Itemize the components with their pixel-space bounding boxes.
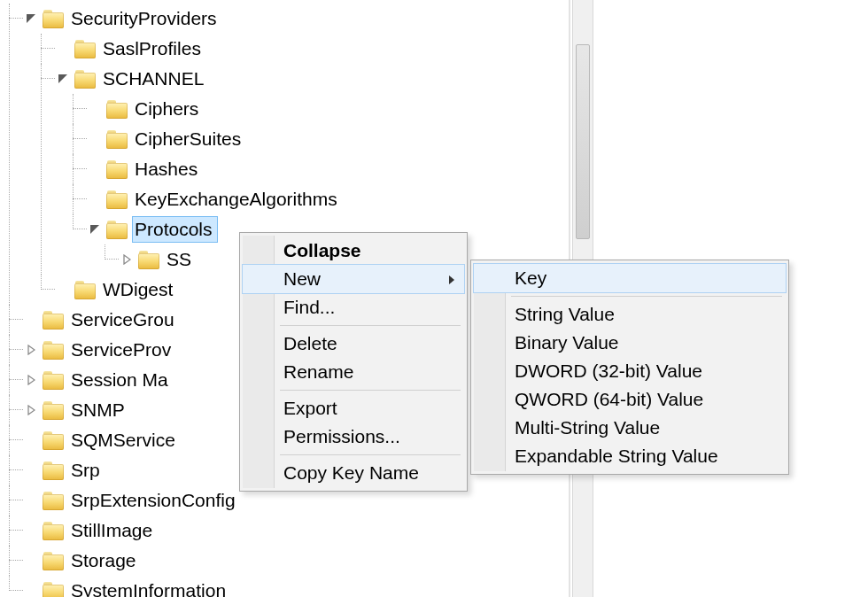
folder-icon [74, 280, 96, 299]
tree-label: Protocols [133, 217, 217, 242]
menu-label: Expandable String Value [515, 446, 718, 467]
folder-icon [106, 220, 128, 239]
expander-icon[interactable] [25, 344, 37, 356]
folder-icon [106, 129, 128, 149]
tree-label: CipherSuites [133, 127, 245, 151]
menu-label: Export [283, 398, 337, 419]
menu-permissions[interactable]: Permissions... [243, 423, 464, 451]
tree-item-securityproviders[interactable]: SecurityProviders [25, 4, 567, 34]
menu-label: Permissions... [283, 426, 400, 447]
menu-copy-key-name[interactable]: Copy Key Name [243, 459, 464, 487]
expander-icon[interactable] [25, 12, 37, 25]
tree-label: SQMService [69, 428, 180, 453]
menu-label: String Value [515, 304, 615, 325]
folder-icon [43, 370, 64, 390]
tree-label: WDigest [101, 277, 177, 302]
folder-icon [43, 461, 64, 480]
menu-export[interactable]: Export [243, 394, 464, 423]
folder-icon [74, 39, 96, 58]
tree-label: Storage [69, 548, 141, 573]
submenu-dword-value[interactable]: DWORD (32-bit) Value [474, 357, 786, 385]
menu-separator [280, 454, 461, 455]
tree-item-saslprofiles[interactable]: SaslProfiles [57, 34, 567, 64]
tree-item-keyexchange[interactable]: KeyExchangeAlgorithms [89, 184, 567, 214]
menu-rename[interactable]: Rename [243, 358, 464, 386]
tree-item-schannel[interactable]: SCHANNEL [57, 64, 567, 94]
folder-icon [43, 581, 64, 597]
menu-separator [511, 296, 782, 297]
tree-item-ciphersuites[interactable]: CipherSuites [89, 124, 567, 154]
submenu-arrow-icon [448, 268, 455, 290]
menu-label: QWORD (64-bit) Value [515, 389, 703, 410]
tree-item-storage[interactable]: Storage [25, 546, 567, 576]
folder-icon [43, 430, 64, 450]
tree-item-systeminformation[interactable]: SystemInformation [25, 576, 567, 597]
tree-label: SrpExtensionConfig [69, 488, 240, 513]
menu-separator [280, 390, 461, 391]
folder-icon [74, 69, 96, 89]
menu-label: Multi-String Value [515, 417, 660, 438]
menu-new[interactable]: New [243, 265, 464, 293]
submenu-multi-string-value[interactable]: Multi-String Value [474, 414, 786, 442]
scrollbar-thumb[interactable] [576, 44, 590, 239]
menu-delete[interactable]: Delete [243, 330, 464, 358]
expander-icon[interactable] [57, 73, 69, 85]
menu-label: Rename [283, 361, 353, 383]
tree-label: SCHANNEL [101, 66, 208, 91]
tree-label: Ciphers [133, 97, 203, 121]
folder-icon [43, 521, 64, 540]
menu-label: Collapse [283, 240, 361, 261]
tree-label: ServiceGrou [69, 307, 179, 332]
menu-label: Key [515, 267, 546, 289]
tree-item-hashes[interactable]: Hashes [89, 154, 567, 184]
submenu-expandable-string-value[interactable]: Expandable String Value [474, 442, 786, 470]
submenu-key[interactable]: Key [474, 264, 786, 292]
menu-label: New [283, 268, 321, 290]
menu-separator [280, 325, 461, 326]
folder-icon [43, 400, 64, 420]
menu-collapse[interactable]: Collapse [243, 236, 464, 265]
expander-icon[interactable] [120, 253, 133, 266]
new-submenu[interactable]: Key String Value Binary Value DWORD (32-… [470, 260, 789, 475]
menu-label: Find... [283, 297, 335, 318]
tree-item-stillimage[interactable]: StillImage [25, 516, 567, 546]
menu-label: Binary Value [515, 332, 619, 353]
spacer [57, 43, 69, 55]
folder-icon [43, 551, 64, 570]
folder-icon [43, 9, 64, 28]
menu-label: Delete [283, 333, 337, 354]
expander-icon[interactable] [25, 374, 37, 386]
tree-label: SNMP [69, 398, 129, 423]
tree-label: Srp [69, 458, 105, 483]
menu-label: DWORD (32-bit) Value [515, 361, 702, 382]
folder-icon [43, 340, 64, 360]
context-menu[interactable]: Collapse New Find... Delete Rename Expor… [239, 232, 468, 492]
submenu-qword-value[interactable]: QWORD (64-bit) Value [474, 385, 786, 414]
tree-label: SecurityProviders [69, 6, 221, 31]
tree-label: Session Ma [69, 368, 173, 392]
tree-label: SystemInformation [69, 578, 230, 597]
expander-icon[interactable] [25, 404, 37, 416]
folder-icon [106, 159, 128, 179]
submenu-binary-value[interactable]: Binary Value [474, 329, 786, 357]
tree-item-ciphers[interactable]: Ciphers [89, 94, 567, 124]
tree-label: ServiceProv [69, 337, 175, 362]
submenu-string-value[interactable]: String Value [474, 300, 786, 329]
folder-icon [43, 491, 64, 510]
tree-label: Hashes [133, 157, 202, 182]
tree-label: StillImage [69, 518, 157, 543]
expander-icon[interactable] [89, 223, 101, 236]
folder-icon [43, 310, 64, 330]
folder-icon [138, 250, 159, 269]
menu-find[interactable]: Find... [243, 293, 464, 322]
tree-label: SS [165, 247, 196, 272]
tree-label: KeyExchangeAlgorithms [133, 187, 342, 212]
folder-icon [106, 99, 128, 119]
tree-label: SaslProfiles [101, 36, 205, 61]
menu-label: Copy Key Name [283, 462, 419, 484]
folder-icon [106, 190, 128, 209]
